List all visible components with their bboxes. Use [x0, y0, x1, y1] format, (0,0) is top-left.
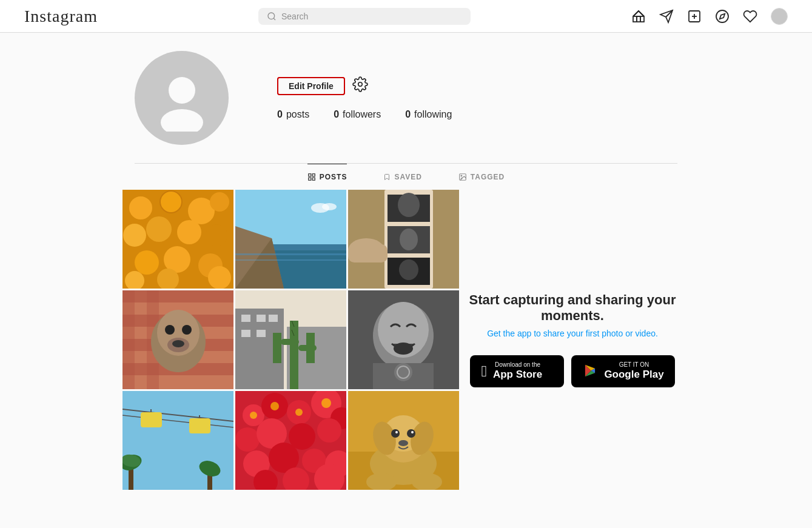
tab-posts-label: POSTS [320, 173, 347, 181]
google-play-main: Google Play [604, 369, 663, 381]
grid-icon [307, 173, 316, 181]
avatar-silhouette [149, 65, 215, 132]
app-store-main: App Store [493, 369, 542, 381]
explore-icon[interactable] [715, 9, 730, 24]
svg-rect-15 [308, 178, 310, 180]
edit-profile-button[interactable]: Edit Profile [277, 77, 345, 95]
search-input[interactable] [281, 12, 462, 21]
app-store-button[interactable]:  Download on the App Store [470, 355, 564, 387]
svg-rect-16 [312, 178, 315, 180]
svg-point-133 [398, 440, 408, 446]
svg-point-28 [135, 250, 159, 275]
logo: Instagram [24, 7, 98, 26]
tab-saved-label: SAVED [394, 173, 421, 181]
svg-point-12 [358, 82, 363, 86]
followers-label: followers [343, 109, 381, 120]
svg-rect-52 [348, 244, 388, 262]
profile-container: Edit Profile 0 posts 0 followers [122, 33, 690, 190]
profile-avatar-wrap [135, 51, 229, 145]
svg-rect-69 [241, 315, 250, 322]
svg-point-8 [716, 10, 728, 22]
promo-title: Start capturing and sharing your moments… [468, 292, 677, 324]
profile-actions: Edit Profile [277, 76, 677, 96]
svg-rect-58 [122, 290, 135, 389]
google-play-icon [582, 363, 598, 379]
svg-point-46 [398, 193, 420, 217]
tab-tagged[interactable]: TAGGED [458, 164, 505, 190]
svg-point-27 [206, 224, 227, 246]
apple-icon:  [481, 362, 487, 381]
svg-rect-76 [273, 333, 281, 363]
posts-label: posts [286, 109, 309, 120]
google-play-button[interactable]: GET IT ON Google Play [571, 355, 674, 387]
grid-cell-7[interactable] [122, 391, 233, 490]
direct-messages-icon[interactable] [659, 9, 674, 24]
following-label: following [414, 109, 452, 120]
tab-posts[interactable]: POSTS [307, 164, 347, 190]
promo-subtitle: Get the app to share your first photo or… [487, 329, 658, 338]
header-nav [631, 8, 788, 25]
svg-point-25 [146, 216, 172, 242]
grid-cell-1[interactable] [122, 190, 233, 289]
app-header: Instagram [0, 0, 812, 33]
svg-marker-9 [720, 13, 725, 18]
grid-cell-5[interactable] [235, 290, 346, 389]
svg-point-42 [322, 203, 337, 210]
svg-point-120 [295, 409, 303, 416]
svg-point-107 [235, 427, 260, 452]
grid-image-6 [348, 290, 459, 389]
grid-cell-4[interactable] [122, 290, 233, 389]
svg-point-129 [391, 429, 400, 438]
profile-header: Edit Profile 0 posts 0 followers [135, 51, 677, 145]
profile-avatar [135, 51, 229, 145]
tab-saved[interactable]: SAVED [383, 164, 421, 190]
grid-image-5 [235, 290, 346, 389]
grid-image-4 [122, 290, 233, 389]
svg-line-1 [273, 18, 275, 20]
svg-point-84 [394, 343, 413, 355]
svg-point-33 [208, 266, 231, 289]
svg-point-50 [399, 259, 418, 280]
svg-rect-74 [290, 321, 298, 389]
svg-point-131 [395, 431, 398, 433]
grid-cell-6[interactable] [348, 290, 459, 389]
svg-point-63 [182, 325, 192, 335]
settings-icon[interactable] [352, 76, 368, 96]
grid-cell-9[interactable] [348, 391, 459, 490]
svg-point-65 [172, 340, 184, 347]
followers-count: 0 [334, 109, 339, 120]
grid-image-2 [235, 190, 346, 289]
grid-cell-8[interactable] [235, 391, 346, 490]
svg-point-130 [407, 429, 415, 438]
svg-rect-70 [257, 315, 266, 322]
svg-rect-73 [257, 330, 266, 337]
svg-point-21 [160, 191, 182, 213]
svg-rect-40 [235, 259, 346, 261]
new-post-icon[interactable] [687, 9, 702, 24]
grid-image-9 [348, 391, 459, 490]
grid-image-1 [122, 190, 233, 289]
grid-cell-2[interactable] [235, 190, 346, 289]
svg-point-0 [268, 13, 275, 19]
app-store-text: Download on the App Store [493, 361, 542, 381]
profile-stats: 0 posts 0 followers 0 following [277, 109, 677, 120]
user-avatar-nav[interactable] [771, 8, 788, 25]
home-icon[interactable] [631, 9, 646, 24]
svg-rect-72 [241, 330, 250, 337]
svg-point-118 [250, 412, 257, 419]
google-play-sub: GET IT ON [604, 361, 663, 369]
svg-point-24 [123, 224, 146, 247]
app-store-sub: Download on the [493, 361, 542, 369]
svg-rect-94 [189, 418, 210, 433]
posts-stat[interactable]: 0 posts [277, 109, 309, 120]
svg-point-23 [210, 192, 229, 212]
activity-icon[interactable] [743, 9, 757, 24]
followers-stat[interactable]: 0 followers [334, 109, 381, 120]
grid-cell-3[interactable] [348, 190, 459, 289]
following-stat[interactable]: 0 following [405, 109, 452, 120]
svg-point-132 [411, 431, 414, 433]
search-bar[interactable] [258, 8, 471, 25]
google-play-text: GET IT ON Google Play [604, 361, 663, 381]
svg-point-119 [270, 402, 279, 410]
svg-point-18 [461, 175, 462, 176]
